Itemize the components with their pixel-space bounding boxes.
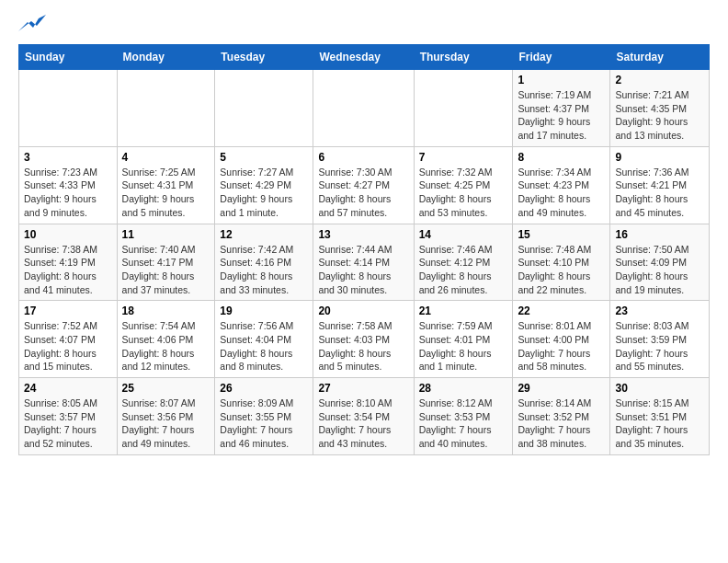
calendar-cell: 20Sunrise: 7:58 AM Sunset: 4:03 PM Dayli…	[313, 301, 414, 378]
day-number: 20	[318, 304, 408, 317]
day-info: Sunrise: 8:14 AM Sunset: 3:52 PM Dayligh…	[518, 396, 605, 451]
day-info: Sunrise: 7:48 AM Sunset: 4:10 PM Dayligh…	[518, 243, 605, 297]
col-header-sunday: Sunday	[19, 45, 118, 70]
col-header-tuesday: Tuesday	[215, 45, 313, 70]
calendar-cell	[215, 70, 313, 147]
calendar-cell: 10Sunrise: 7:38 AM Sunset: 4:19 PM Dayli…	[19, 224, 118, 301]
day-info: Sunrise: 8:05 AM Sunset: 3:57 PM Dayligh…	[24, 396, 112, 451]
day-number: 25	[122, 382, 210, 395]
day-info: Sunrise: 8:15 AM Sunset: 3:51 PM Dayligh…	[615, 396, 704, 451]
calendar-cell: 14Sunrise: 7:46 AM Sunset: 4:12 PM Dayli…	[414, 224, 513, 301]
day-number: 9	[615, 151, 704, 164]
calendar-week-5: 24Sunrise: 8:05 AM Sunset: 3:57 PM Dayli…	[19, 378, 710, 455]
day-info: Sunrise: 7:25 AM Sunset: 4:31 PM Dayligh…	[122, 166, 210, 220]
calendar-cell: 19Sunrise: 7:56 AM Sunset: 4:04 PM Dayli…	[215, 301, 313, 378]
day-number: 13	[318, 228, 408, 241]
day-info: Sunrise: 7:42 AM Sunset: 4:16 PM Dayligh…	[220, 243, 308, 297]
calendar-cell: 27Sunrise: 8:10 AM Sunset: 3:54 PM Dayli…	[313, 378, 414, 455]
calendar-cell: 8Sunrise: 7:34 AM Sunset: 4:23 PM Daylig…	[513, 146, 610, 224]
day-number: 7	[419, 151, 508, 164]
day-number: 4	[122, 151, 210, 164]
col-header-saturday: Saturday	[610, 45, 710, 70]
calendar-cell	[313, 70, 414, 147]
day-number: 28	[419, 382, 508, 395]
calendar-cell: 6Sunrise: 7:30 AM Sunset: 4:27 PM Daylig…	[313, 146, 414, 224]
calendar-cell: 11Sunrise: 7:40 AM Sunset: 4:17 PM Dayli…	[117, 224, 215, 301]
day-number: 2	[615, 74, 704, 86]
day-number: 27	[318, 382, 408, 395]
calendar-cell: 13Sunrise: 7:44 AM Sunset: 4:14 PM Dayli…	[313, 224, 414, 301]
day-info: Sunrise: 7:54 AM Sunset: 4:06 PM Dayligh…	[122, 319, 210, 373]
day-info: Sunrise: 7:59 AM Sunset: 4:01 PM Dayligh…	[419, 319, 508, 373]
day-number: 6	[318, 151, 408, 164]
day-info: Sunrise: 7:38 AM Sunset: 4:19 PM Dayligh…	[24, 243, 112, 297]
day-number: 22	[518, 304, 605, 317]
day-number: 21	[419, 304, 508, 317]
calendar-header-row: SundayMondayTuesdayWednesdayThursdayFrid…	[19, 45, 710, 70]
day-number: 17	[24, 304, 112, 317]
logo-icon	[18, 15, 46, 35]
day-info: Sunrise: 7:36 AM Sunset: 4:21 PM Dayligh…	[615, 166, 704, 220]
svg-marker-0	[18, 15, 46, 31]
day-number: 8	[518, 151, 605, 164]
day-info: Sunrise: 7:19 AM Sunset: 4:37 PM Dayligh…	[518, 88, 605, 143]
calendar-table: SundayMondayTuesdayWednesdayThursdayFrid…	[18, 44, 710, 455]
day-info: Sunrise: 7:30 AM Sunset: 4:27 PM Dayligh…	[318, 166, 408, 220]
calendar-cell: 23Sunrise: 8:03 AM Sunset: 3:59 PM Dayli…	[610, 301, 710, 378]
calendar-cell: 12Sunrise: 7:42 AM Sunset: 4:16 PM Dayli…	[215, 224, 313, 301]
day-number: 3	[24, 151, 112, 164]
calendar-cell: 25Sunrise: 8:07 AM Sunset: 3:56 PM Dayli…	[117, 378, 215, 455]
day-info: Sunrise: 7:40 AM Sunset: 4:17 PM Dayligh…	[122, 243, 210, 297]
calendar-cell: 16Sunrise: 7:50 AM Sunset: 4:09 PM Dayli…	[610, 224, 710, 301]
calendar-cell: 2Sunrise: 7:21 AM Sunset: 4:35 PM Daylig…	[610, 70, 710, 147]
col-header-wednesday: Wednesday	[313, 45, 414, 70]
calendar-cell: 30Sunrise: 8:15 AM Sunset: 3:51 PM Dayli…	[610, 378, 710, 455]
calendar-week-4: 17Sunrise: 7:52 AM Sunset: 4:07 PM Dayli…	[19, 301, 710, 378]
page-header	[18, 15, 710, 35]
calendar-cell: 5Sunrise: 7:27 AM Sunset: 4:29 PM Daylig…	[215, 146, 313, 224]
calendar-cell: 22Sunrise: 8:01 AM Sunset: 4:00 PM Dayli…	[513, 301, 610, 378]
calendar-week-1: 1Sunrise: 7:19 AM Sunset: 4:37 PM Daylig…	[19, 70, 710, 147]
day-info: Sunrise: 7:44 AM Sunset: 4:14 PM Dayligh…	[318, 243, 408, 297]
day-number: 14	[419, 228, 508, 241]
day-number: 12	[220, 228, 308, 241]
col-header-monday: Monday	[117, 45, 215, 70]
day-info: Sunrise: 8:09 AM Sunset: 3:55 PM Dayligh…	[220, 396, 308, 451]
day-info: Sunrise: 8:07 AM Sunset: 3:56 PM Dayligh…	[122, 396, 210, 451]
day-number: 29	[518, 382, 605, 395]
day-number: 23	[615, 304, 704, 317]
day-number: 19	[220, 304, 308, 317]
day-info: Sunrise: 7:27 AM Sunset: 4:29 PM Dayligh…	[220, 166, 308, 220]
day-number: 16	[615, 228, 704, 241]
calendar-cell	[19, 70, 118, 147]
calendar-cell: 15Sunrise: 7:48 AM Sunset: 4:10 PM Dayli…	[513, 224, 610, 301]
day-info: Sunrise: 7:50 AM Sunset: 4:09 PM Dayligh…	[615, 243, 704, 297]
col-header-thursday: Thursday	[414, 45, 513, 70]
calendar-week-2: 3Sunrise: 7:23 AM Sunset: 4:33 PM Daylig…	[19, 146, 710, 224]
day-info: Sunrise: 7:52 AM Sunset: 4:07 PM Dayligh…	[24, 319, 112, 373]
calendar-cell	[414, 70, 513, 147]
calendar-cell: 17Sunrise: 7:52 AM Sunset: 4:07 PM Dayli…	[19, 301, 118, 378]
day-info: Sunrise: 7:34 AM Sunset: 4:23 PM Dayligh…	[518, 166, 605, 220]
day-info: Sunrise: 8:01 AM Sunset: 4:00 PM Dayligh…	[518, 319, 605, 373]
day-info: Sunrise: 7:21 AM Sunset: 4:35 PM Dayligh…	[615, 88, 704, 143]
calendar-cell: 18Sunrise: 7:54 AM Sunset: 4:06 PM Dayli…	[117, 301, 215, 378]
day-number: 24	[24, 382, 112, 395]
day-info: Sunrise: 8:03 AM Sunset: 3:59 PM Dayligh…	[615, 319, 704, 373]
calendar-cell: 7Sunrise: 7:32 AM Sunset: 4:25 PM Daylig…	[414, 146, 513, 224]
calendar-cell	[117, 70, 215, 147]
calendar-cell: 9Sunrise: 7:36 AM Sunset: 4:21 PM Daylig…	[610, 146, 710, 224]
calendar-cell: 21Sunrise: 7:59 AM Sunset: 4:01 PM Dayli…	[414, 301, 513, 378]
day-info: Sunrise: 8:12 AM Sunset: 3:53 PM Dayligh…	[419, 396, 508, 451]
day-info: Sunrise: 7:58 AM Sunset: 4:03 PM Dayligh…	[318, 319, 408, 373]
calendar-cell: 24Sunrise: 8:05 AM Sunset: 3:57 PM Dayli…	[19, 378, 118, 455]
day-number: 15	[518, 228, 605, 241]
day-number: 1	[518, 74, 605, 86]
calendar-cell: 28Sunrise: 8:12 AM Sunset: 3:53 PM Dayli…	[414, 378, 513, 455]
day-number: 18	[122, 304, 210, 317]
day-number: 10	[24, 228, 112, 241]
calendar-cell: 4Sunrise: 7:25 AM Sunset: 4:31 PM Daylig…	[117, 146, 215, 224]
day-number: 11	[122, 228, 210, 241]
day-info: Sunrise: 7:32 AM Sunset: 4:25 PM Dayligh…	[419, 166, 508, 220]
day-info: Sunrise: 8:10 AM Sunset: 3:54 PM Dayligh…	[318, 396, 408, 451]
